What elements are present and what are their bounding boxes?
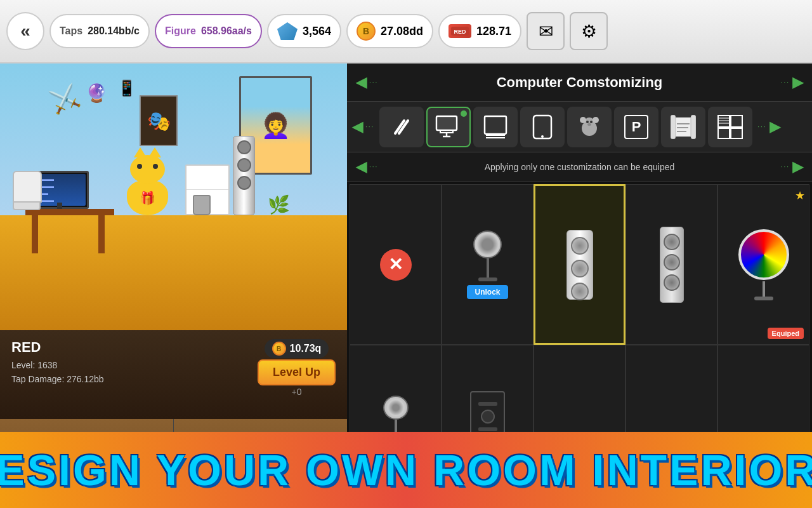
wall-item-frame: 🎭	[140, 95, 178, 146]
category-row: ◀ ···	[347, 102, 812, 152]
top-bar: « Taps 280.14bb/c Figure 658.96aa/s 3,56…	[0, 0, 812, 64]
info-bar: ◀ ··· Applying only one customization ca…	[347, 152, 812, 182]
main-content: PREVIEW ⚔️ 🔮 📱 👩‍🦱 ▬▬▬▬▬▬▬▬▬▬▬	[0, 64, 812, 508]
desk-leg-left	[32, 215, 38, 253]
svg-rect-10	[486, 117, 505, 133]
item-none[interactable]: ✕	[350, 184, 442, 345]
item-rainbow-fan[interactable]: ★ Equiped	[717, 184, 809, 345]
category-parking[interactable]: P	[614, 107, 658, 147]
info-text: Applying only one customization can be e…	[485, 162, 675, 172]
customize-header: ◀ ··· Computer Comstomizing ··· ◀	[347, 64, 812, 102]
svg-text:P: P	[632, 119, 641, 135]
category-monitor[interactable]	[426, 107, 471, 147]
wall-item3: 📱	[117, 79, 136, 97]
trash-can	[193, 195, 211, 215]
red-icon: RED	[449, 24, 471, 38]
taps-label: Taps	[60, 25, 82, 37]
svg-rect-5	[438, 117, 455, 129]
cost-coin-icon: B	[272, 342, 286, 356]
category-grid[interactable]	[708, 107, 752, 147]
tower-speaker-prop	[233, 136, 255, 215]
back-button[interactable]: «	[6, 12, 44, 50]
svg-rect-14	[535, 118, 550, 135]
svg-point-18	[580, 117, 586, 123]
svg-rect-33	[718, 128, 730, 138]
category-tools[interactable]	[379, 107, 424, 147]
level-up-button[interactable]: Level Up	[258, 359, 336, 385]
prev-arrow[interactable]: ◀ ···	[356, 74, 378, 91]
preview-area: PREVIEW ⚔️ 🔮 📱 👩‍🦱 ▬▬▬▬▬▬▬▬▬▬▬	[0, 64, 347, 330]
monitor-stand	[57, 203, 62, 209]
gem-currency[interactable]: 3,564	[267, 14, 341, 48]
fan-stand	[763, 281, 765, 297]
unlock-button-1[interactable]: Unlock	[467, 285, 508, 299]
plant-prop: 🌿	[268, 194, 290, 215]
none-icon: ✕	[380, 249, 412, 281]
svg-point-22	[587, 123, 591, 126]
svg-rect-31	[718, 116, 730, 127]
item-standing-fan[interactable]: Unlock	[442, 184, 534, 345]
svg-rect-27	[691, 115, 696, 139]
customize-title: Computer Comstomizing	[497, 74, 663, 91]
standing-fan-icon	[472, 231, 504, 281]
info-next-arrow[interactable]: ··· ◀	[781, 159, 803, 175]
tower-fan-icon	[566, 230, 593, 300]
taps-value: 280.14bb/c	[88, 25, 140, 37]
tower-fan2-icon	[660, 227, 684, 303]
svg-rect-26	[671, 115, 676, 139]
svg-point-15	[541, 135, 544, 138]
item-tower-fan2[interactable]	[625, 184, 717, 345]
small-fan-icon	[383, 396, 409, 437]
equipped-badge: Equiped	[768, 328, 804, 339]
svg-point-20	[586, 121, 589, 123]
character-info: RED Level: 1638 Tap Damage: 276.12bb B 1…	[0, 330, 347, 419]
chair	[13, 171, 44, 215]
fan-base-stand	[754, 297, 773, 300]
cat-next-arrow[interactable]: ··· ◀	[757, 119, 780, 135]
taps-stat: Taps 280.14bb/c	[49, 14, 150, 48]
next-arrow[interactable]: ··· ◀	[781, 74, 803, 91]
svg-point-19	[593, 117, 599, 123]
svg-point-21	[590, 121, 593, 123]
star-icon: ★	[795, 189, 805, 203]
red-value: 128.71	[476, 25, 511, 38]
category-phone[interactable]	[520, 107, 565, 147]
level-up-area: B 10.73q Level Up +0	[258, 339, 336, 397]
svg-rect-32	[731, 116, 742, 127]
mail-button[interactable]: ✉	[527, 12, 565, 50]
cat-character: 🎁	[127, 155, 168, 215]
info-prev-arrow[interactable]: ◀ ···	[356, 159, 378, 175]
svg-rect-6	[440, 130, 453, 133]
figure-stat: Figure 658.96aa/s	[155, 14, 262, 48]
coin-currency[interactable]: B 27.08dd	[346, 14, 433, 48]
coin-icon: B	[357, 22, 376, 41]
figure-value: 658.96aa/s	[201, 25, 252, 37]
gem-value: 3,564	[303, 25, 331, 38]
category-scroll[interactable]	[661, 107, 705, 147]
active-indicator	[461, 110, 467, 117]
category-teddy[interactable]	[567, 107, 612, 147]
svg-text:RED: RED	[454, 29, 467, 35]
cat-prev-arrow[interactable]: ◀ ···	[352, 119, 374, 135]
gem-icon	[277, 22, 298, 40]
settings-button[interactable]: ⚙	[570, 12, 608, 50]
svg-rect-34	[731, 128, 742, 138]
bottom-banner: DESIGN YOUR OWN ROOM INTERIORS	[0, 432, 812, 508]
rainbow-fan-icon	[738, 229, 789, 280]
banner-text: DESIGN YOUR OWN ROOM INTERIORS	[0, 445, 812, 495]
figure-label: Figure	[165, 25, 196, 37]
item-tower-fan[interactable]	[534, 184, 625, 345]
coin-value: 27.08dd	[381, 25, 423, 38]
red-currency[interactable]: RED 128.71	[438, 14, 521, 48]
desk-leg-right	[98, 215, 105, 253]
plus-zero-label: +0	[292, 387, 302, 397]
level-up-cost: B 10.73q	[265, 339, 329, 358]
wall-item2: 🔮	[86, 83, 108, 104]
category-screen[interactable]	[473, 107, 518, 147]
